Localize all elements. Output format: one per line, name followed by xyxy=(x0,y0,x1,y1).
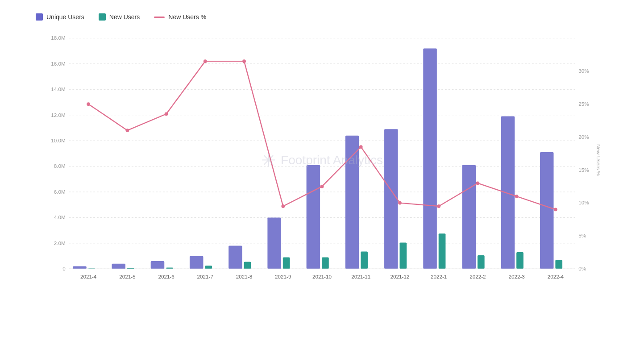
svg-text:25%: 25% xyxy=(578,101,589,107)
svg-rect-53 xyxy=(555,260,562,269)
chart-legend: Unique Users New Users New Users % xyxy=(36,13,608,21)
svg-rect-36 xyxy=(384,129,398,269)
chart-area: ✳ Footprint Analytics 02.0M4.0M6.0M8.0M1… xyxy=(36,29,608,291)
svg-text:2022-1: 2022-1 xyxy=(431,274,447,279)
svg-text:14.0M: 14.0M xyxy=(51,86,65,92)
svg-point-63 xyxy=(437,204,440,208)
svg-text:2021-6: 2021-6 xyxy=(158,274,174,279)
svg-text:16.0M: 16.0M xyxy=(51,61,65,67)
svg-text:8.0M: 8.0M xyxy=(54,163,66,169)
svg-text:4.0M: 4.0M xyxy=(54,214,66,220)
legend-swatch-unique xyxy=(36,13,43,21)
chart-container: Unique Users New Users New Users % ✳ Foo… xyxy=(0,0,644,337)
svg-text:2021-8: 2021-8 xyxy=(236,274,252,279)
svg-text:2021-11: 2021-11 xyxy=(351,274,370,279)
svg-text:New Users %: New Users % xyxy=(596,144,602,176)
svg-text:2022-3: 2022-3 xyxy=(508,274,524,279)
svg-text:15%: 15% xyxy=(578,167,589,173)
svg-point-60 xyxy=(320,185,324,188)
svg-rect-44 xyxy=(205,266,212,269)
svg-rect-32 xyxy=(229,246,242,269)
svg-rect-38 xyxy=(462,165,476,269)
svg-text:12.0M: 12.0M xyxy=(51,112,65,118)
svg-rect-37 xyxy=(423,48,437,269)
svg-rect-31 xyxy=(190,256,204,269)
legend-swatch-new-users xyxy=(99,13,106,21)
svg-text:2021-12: 2021-12 xyxy=(390,274,409,279)
svg-point-56 xyxy=(165,112,168,116)
svg-text:0%: 0% xyxy=(578,266,586,271)
svg-text:30%: 30% xyxy=(578,68,589,74)
svg-rect-33 xyxy=(267,217,281,269)
chart-svg: 02.0M4.0M6.0M8.0M10.0M12.0M14.0M16.0M18.… xyxy=(36,29,608,291)
svg-text:18.0M: 18.0M xyxy=(51,35,65,41)
svg-rect-46 xyxy=(283,257,290,269)
svg-text:2021-5: 2021-5 xyxy=(119,274,136,279)
svg-text:5%: 5% xyxy=(578,233,586,238)
svg-rect-48 xyxy=(361,251,368,269)
svg-text:2.0M: 2.0M xyxy=(54,240,66,246)
svg-point-58 xyxy=(242,59,246,63)
svg-rect-47 xyxy=(322,257,329,269)
legend-item-new-users-pct: New Users % xyxy=(154,13,206,21)
svg-text:2021-9: 2021-9 xyxy=(275,274,291,279)
svg-text:2021-10: 2021-10 xyxy=(312,274,332,279)
legend-label-unique: Unique Users xyxy=(46,13,84,21)
svg-point-61 xyxy=(359,145,363,149)
svg-text:2021-7: 2021-7 xyxy=(197,274,213,279)
svg-point-59 xyxy=(281,204,285,208)
svg-text:10.0M: 10.0M xyxy=(51,137,65,143)
svg-rect-51 xyxy=(478,255,485,269)
svg-point-57 xyxy=(204,59,207,63)
legend-label-new-users: New Users xyxy=(109,13,140,21)
svg-text:20%: 20% xyxy=(578,134,589,140)
svg-text:2021-4: 2021-4 xyxy=(80,274,97,279)
svg-rect-39 xyxy=(501,116,515,269)
svg-rect-28 xyxy=(73,266,87,269)
svg-rect-50 xyxy=(439,233,446,269)
svg-rect-34 xyxy=(307,165,320,269)
svg-text:2022-4: 2022-4 xyxy=(548,274,564,279)
svg-text:6.0M: 6.0M xyxy=(54,189,66,195)
svg-rect-45 xyxy=(244,262,251,269)
legend-item-new-users: New Users xyxy=(99,13,140,21)
svg-rect-49 xyxy=(399,242,407,269)
svg-point-54 xyxy=(87,102,90,106)
svg-text:0: 0 xyxy=(62,266,66,271)
svg-rect-52 xyxy=(516,252,524,269)
svg-point-66 xyxy=(554,208,557,211)
legend-item-unique-users: Unique Users xyxy=(36,13,84,21)
svg-rect-40 xyxy=(540,152,554,269)
svg-text:2022-2: 2022-2 xyxy=(469,274,486,279)
svg-point-55 xyxy=(125,129,129,132)
legend-label-new-pct: New Users % xyxy=(168,13,206,21)
legend-swatch-new-pct xyxy=(154,17,165,18)
svg-point-64 xyxy=(476,181,480,185)
svg-rect-30 xyxy=(151,261,165,269)
svg-text:10%: 10% xyxy=(578,200,589,206)
svg-point-62 xyxy=(398,201,402,205)
svg-point-65 xyxy=(515,195,519,198)
svg-rect-29 xyxy=(112,264,125,269)
